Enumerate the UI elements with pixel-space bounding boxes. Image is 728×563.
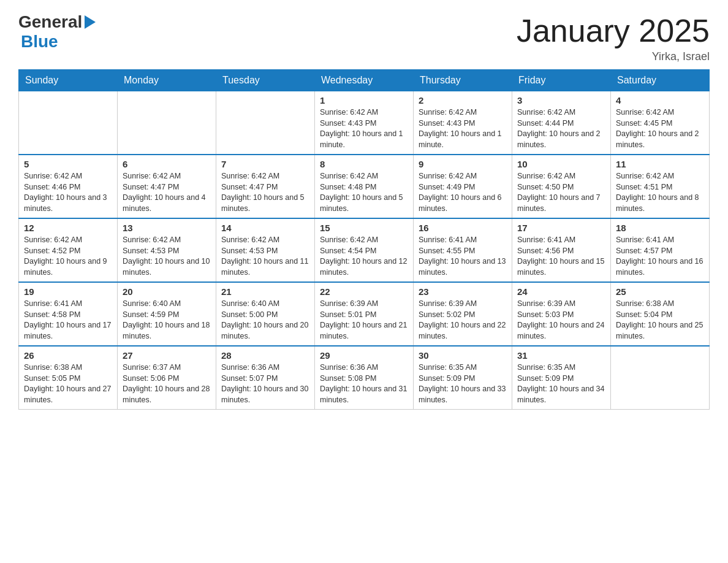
logo-blue-text: Blue [21,32,58,52]
day-number: 16 [419,223,507,233]
day-number: 23 [419,286,507,297]
svg-marker-0 [85,15,96,29]
calendar-day-cell: 2Sunrise: 6:42 AM Sunset: 4:43 PM Daylig… [414,91,512,155]
calendar-day-cell: 30Sunrise: 6:35 AM Sunset: 5:09 PM Dayli… [414,346,512,410]
calendar-header-row: SundayMondayTuesdayWednesdayThursdayFrid… [19,70,710,91]
day-info: Sunrise: 6:42 AM Sunset: 4:44 PM Dayligh… [517,107,605,150]
calendar-day-cell: 26Sunrise: 6:38 AM Sunset: 5:05 PM Dayli… [19,346,118,410]
calendar-day-cell: 19Sunrise: 6:41 AM Sunset: 4:58 PM Dayli… [19,282,118,346]
calendar-day-cell [611,346,710,410]
calendar-day-cell [216,91,315,155]
day-info: Sunrise: 6:42 AM Sunset: 4:51 PM Dayligh… [616,171,704,214]
day-info: Sunrise: 6:42 AM Sunset: 4:47 PM Dayligh… [123,171,211,214]
day-number: 12 [24,223,112,233]
calendar-day-cell [118,91,216,155]
page-header: General Blue January 2025 Yirka, Israel [18,12,710,63]
calendar-day-cell: 18Sunrise: 6:41 AM Sunset: 4:57 PM Dayli… [611,218,710,282]
day-number: 19 [24,286,112,297]
day-info: Sunrise: 6:37 AM Sunset: 5:06 PM Dayligh… [123,362,211,405]
day-info: Sunrise: 6:36 AM Sunset: 5:08 PM Dayligh… [320,362,408,405]
day-number: 4 [616,95,704,105]
calendar-day-cell: 23Sunrise: 6:39 AM Sunset: 5:02 PM Dayli… [414,282,512,346]
calendar-day-cell: 15Sunrise: 6:42 AM Sunset: 4:54 PM Dayli… [315,218,414,282]
day-number: 28 [221,350,309,361]
day-number: 18 [616,223,704,233]
logo-general-text: General [18,12,82,32]
calendar-day-header: Saturday [611,70,710,91]
day-info: Sunrise: 6:41 AM Sunset: 4:56 PM Dayligh… [517,235,605,278]
day-info: Sunrise: 6:38 AM Sunset: 5:04 PM Dayligh… [616,299,704,342]
day-info: Sunrise: 6:40 AM Sunset: 4:59 PM Dayligh… [123,299,211,342]
calendar-day-cell: 31Sunrise: 6:35 AM Sunset: 5:09 PM Dayli… [512,346,611,410]
calendar-day-cell: 24Sunrise: 6:39 AM Sunset: 5:03 PM Dayli… [512,282,611,346]
day-info: Sunrise: 6:40 AM Sunset: 5:00 PM Dayligh… [221,299,309,342]
day-number: 10 [517,159,605,169]
day-number: 31 [517,350,605,361]
day-number: 6 [123,159,211,169]
day-info: Sunrise: 6:42 AM Sunset: 4:53 PM Dayligh… [123,235,211,278]
day-info: Sunrise: 6:42 AM Sunset: 4:54 PM Dayligh… [320,235,408,278]
calendar-day-header: Sunday [19,70,118,91]
calendar-day-cell: 7Sunrise: 6:42 AM Sunset: 4:47 PM Daylig… [216,155,315,218]
calendar-week-row: 12Sunrise: 6:42 AM Sunset: 4:52 PM Dayli… [19,218,710,282]
day-number: 24 [517,286,605,297]
day-number: 27 [123,350,211,361]
calendar-day-cell: 16Sunrise: 6:41 AM Sunset: 4:55 PM Dayli… [414,218,512,282]
logo: General Blue [18,12,96,52]
day-info: Sunrise: 6:42 AM Sunset: 4:43 PM Dayligh… [320,107,408,150]
calendar-day-cell: 22Sunrise: 6:39 AM Sunset: 5:01 PM Dayli… [315,282,414,346]
calendar-table: SundayMondayTuesdayWednesdayThursdayFrid… [18,69,710,410]
day-info: Sunrise: 6:42 AM Sunset: 4:49 PM Dayligh… [419,171,507,214]
day-number: 14 [221,223,309,233]
day-info: Sunrise: 6:42 AM Sunset: 4:46 PM Dayligh… [24,171,112,214]
day-number: 13 [123,223,211,233]
calendar-day-cell: 6Sunrise: 6:42 AM Sunset: 4:47 PM Daylig… [118,155,216,218]
day-number: 2 [419,95,507,105]
calendar-day-cell: 11Sunrise: 6:42 AM Sunset: 4:51 PM Dayli… [611,155,710,218]
day-number: 11 [616,159,704,169]
calendar-day-cell: 10Sunrise: 6:42 AM Sunset: 4:50 PM Dayli… [512,155,611,218]
day-info: Sunrise: 6:42 AM Sunset: 4:43 PM Dayligh… [419,107,507,150]
day-number: 29 [320,350,408,361]
day-info: Sunrise: 6:42 AM Sunset: 4:50 PM Dayligh… [517,171,605,214]
calendar-day-cell: 29Sunrise: 6:36 AM Sunset: 5:08 PM Dayli… [315,346,414,410]
title-section: January 2025 Yirka, Israel [517,12,710,63]
calendar-day-cell: 14Sunrise: 6:42 AM Sunset: 4:53 PM Dayli… [216,218,315,282]
day-info: Sunrise: 6:42 AM Sunset: 4:53 PM Dayligh… [221,235,309,278]
calendar-day-cell [19,91,118,155]
day-info: Sunrise: 6:35 AM Sunset: 5:09 PM Dayligh… [419,362,507,405]
day-number: 22 [320,286,408,297]
calendar-day-cell: 8Sunrise: 6:42 AM Sunset: 4:48 PM Daylig… [315,155,414,218]
calendar-day-cell: 27Sunrise: 6:37 AM Sunset: 5:06 PM Dayli… [118,346,216,410]
calendar-day-cell: 4Sunrise: 6:42 AM Sunset: 4:45 PM Daylig… [611,91,710,155]
calendar-day-cell: 3Sunrise: 6:42 AM Sunset: 4:44 PM Daylig… [512,91,611,155]
day-number: 8 [320,159,408,169]
day-number: 26 [24,350,112,361]
day-info: Sunrise: 6:41 AM Sunset: 4:55 PM Dayligh… [419,235,507,278]
day-info: Sunrise: 6:36 AM Sunset: 5:07 PM Dayligh… [221,362,309,405]
day-number: 7 [221,159,309,169]
day-info: Sunrise: 6:42 AM Sunset: 4:48 PM Dayligh… [320,171,408,214]
calendar-day-cell: 28Sunrise: 6:36 AM Sunset: 5:07 PM Dayli… [216,346,315,410]
day-info: Sunrise: 6:42 AM Sunset: 4:47 PM Dayligh… [221,171,309,214]
calendar-day-cell: 17Sunrise: 6:41 AM Sunset: 4:56 PM Dayli… [512,218,611,282]
calendar-day-cell: 25Sunrise: 6:38 AM Sunset: 5:04 PM Dayli… [611,282,710,346]
day-info: Sunrise: 6:39 AM Sunset: 5:03 PM Dayligh… [517,299,605,342]
day-info: Sunrise: 6:35 AM Sunset: 5:09 PM Dayligh… [517,362,605,405]
day-number: 9 [419,159,507,169]
calendar-day-header: Tuesday [216,70,315,91]
day-number: 20 [123,286,211,297]
logo-arrow-icon [85,15,96,31]
calendar-day-cell: 1Sunrise: 6:42 AM Sunset: 4:43 PM Daylig… [315,91,414,155]
day-info: Sunrise: 6:42 AM Sunset: 4:45 PM Dayligh… [616,107,704,150]
day-info: Sunrise: 6:41 AM Sunset: 4:57 PM Dayligh… [616,235,704,278]
day-number: 15 [320,223,408,233]
calendar-day-header: Wednesday [315,70,414,91]
day-number: 3 [517,95,605,105]
day-number: 5 [24,159,112,169]
day-number: 17 [517,223,605,233]
location: Yirka, Israel [517,50,710,63]
calendar-day-cell: 20Sunrise: 6:40 AM Sunset: 4:59 PM Dayli… [118,282,216,346]
day-info: Sunrise: 6:41 AM Sunset: 4:58 PM Dayligh… [24,299,112,342]
calendar-day-cell: 5Sunrise: 6:42 AM Sunset: 4:46 PM Daylig… [19,155,118,218]
